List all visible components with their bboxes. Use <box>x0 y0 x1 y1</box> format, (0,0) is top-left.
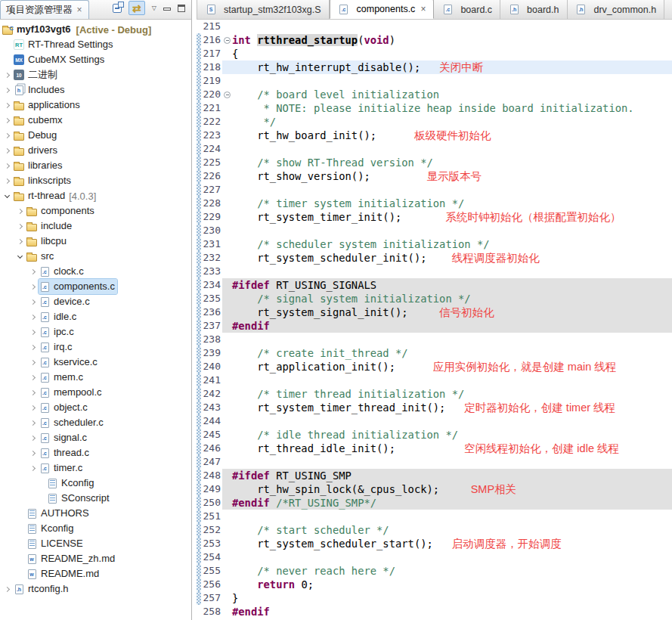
code-text[interactable]: /* create init_thread */ <box>232 346 408 360</box>
expand-arrow-icon[interactable] <box>27 415 39 430</box>
tree-item-debug[interactable]: Debug <box>0 128 191 143</box>
editor-tab-drv-common-h[interactable]: .hdrv_common.h <box>568 0 665 19</box>
tree-item--[interactable]: 10二进制 <box>0 67 191 82</box>
expand-arrow-icon[interactable] <box>2 143 13 158</box>
tree-item-libraries[interactable]: libraries <box>0 158 191 173</box>
tree-item-ipc-c[interactable]: .cipc.c <box>0 324 191 339</box>
tree-item-applications[interactable]: applications <box>0 98 191 113</box>
code-text[interactable]: /* show RT-Thread version */ <box>232 156 433 169</box>
code-text[interactable]: rt_thread_idle_init(); 空闲线程初始化，创建 idle 线… <box>232 442 619 455</box>
code-text[interactable]: { <box>232 47 238 60</box>
code-text[interactable]: */ <box>232 115 276 129</box>
code-text[interactable]: rt_system_scheduler_start(); 启动调度器，开始调度 <box>232 537 562 550</box>
tree-item-rt-thread-settings[interactable]: RTRT-Thread Settings <box>0 37 191 52</box>
code-text[interactable]: /* timer thread initialization */ <box>232 387 464 401</box>
tree-item-clock-c[interactable]: .cclock.c <box>0 264 191 279</box>
tree-item-readme-md[interactable]: wREADME.md <box>0 566 191 581</box>
collapse-all-icon[interactable] <box>113 4 122 13</box>
tree-item-kconfig[interactable]: Kconfig <box>0 521 191 536</box>
expand-arrow-icon[interactable] <box>14 219 26 234</box>
tree-item-timer-c[interactable]: .ctimer.c <box>0 460 191 476</box>
code-text[interactable]: rt_hw_board_init(); 板级硬件初始化 <box>232 129 491 142</box>
expand-arrow-icon[interactable] <box>27 355 39 370</box>
code-text[interactable]: rt_system_timer_thread_init(); 定时器初始化，创建… <box>232 401 615 414</box>
expand-arrow-icon[interactable] <box>2 173 13 188</box>
expand-arrow-icon[interactable] <box>2 67 13 82</box>
code-text[interactable]: int rtthread_startup(void) <box>232 33 395 47</box>
close-icon[interactable]: × <box>420 4 426 14</box>
tree-item-cubemx[interactable]: cubemx <box>0 113 191 128</box>
code-text[interactable]: return 0; <box>232 578 314 591</box>
tree-item-myf103vgt6[interactable]: Cmyf103vgt6[Active - Debug] <box>0 22 191 37</box>
tree-item-rtconfig-h[interactable]: .hrtconfig.h <box>0 581 191 597</box>
minimize-icon[interactable] <box>163 8 171 11</box>
maximize-icon[interactable] <box>178 5 185 12</box>
tree-item-readme-zh-md[interactable]: wREADME_zh.md <box>0 551 191 566</box>
expand-arrow-icon[interactable] <box>2 82 13 98</box>
tree-item-components[interactable]: components <box>0 203 191 219</box>
expand-arrow-icon[interactable] <box>2 113 13 128</box>
expand-arrow-icon[interactable] <box>27 339 39 355</box>
code-text[interactable]: /* scheduler system initialization */ <box>232 237 490 251</box>
fold-column[interactable] <box>222 91 232 98</box>
expand-arrow-icon[interactable] <box>2 581 13 597</box>
tree-item-sconscript[interactable]: SConscript <box>0 491 191 506</box>
code-text[interactable]: /* idle thread initialization */ <box>232 428 458 442</box>
panel-divider[interactable] <box>191 0 197 620</box>
tab-project-explorer[interactable]: 项目资源管理器 × <box>0 0 89 19</box>
tree-item-object-c[interactable]: .cobject.c <box>0 400 191 415</box>
tree-item-mempool-c[interactable]: .cmempool.c <box>0 385 191 400</box>
tree-item-idle-c[interactable]: .cidle.c <box>0 309 191 324</box>
editor-tab-startup-stm32f103xg-s[interactable]: Sstartup_stm32f103xg.S <box>197 0 330 19</box>
tree-item-irq-c[interactable]: .cirq.c <box>0 339 191 355</box>
code-text[interactable]: #endif <box>232 605 270 618</box>
code-text[interactable]: rt_system_scheduler_init(); 线程调度器初始化 <box>232 251 540 265</box>
code-text[interactable]: rt_application_init(); 应用实例初始化，就是创建 main… <box>232 360 616 374</box>
code-text[interactable]: rt_system_signal_init(); 信号初始化 <box>232 305 494 319</box>
expand-arrow-icon[interactable] <box>27 309 39 324</box>
expand-arrow-icon[interactable] <box>27 370 39 385</box>
tree-item-cubemx-settings[interactable]: MXCubeMX Settings <box>0 52 191 67</box>
tree-item-scheduler-c[interactable]: .cscheduler.c <box>0 415 191 430</box>
code-text[interactable]: rt_system_timer_init(); 系统时钟初始化（根据配置初始化） <box>232 210 621 224</box>
tree-item-include[interactable]: include <box>0 219 191 234</box>
code-text[interactable]: rt_hw_spin_lock(&_cpus_lock); SMP相关 <box>232 482 516 496</box>
tree-item-thread-c[interactable]: .cthread.c <box>0 445 191 460</box>
close-icon[interactable]: × <box>77 5 82 14</box>
code-text[interactable]: #endif <box>232 319 270 333</box>
tree-item-linkscripts[interactable]: linkscripts <box>0 173 191 188</box>
tree-item-authors[interactable]: AUTHORS <box>0 506 191 521</box>
expand-arrow-icon[interactable] <box>27 430 39 445</box>
tree-item-kservice-c[interactable]: .ckservice.c <box>0 355 191 370</box>
tree-item-src[interactable]: src <box>0 249 191 264</box>
code-text[interactable]: #ifdef RT_USING_SIGNALS <box>232 278 376 292</box>
tree-item-components-c[interactable]: .ccomponents.c <box>0 279 191 294</box>
code-text[interactable]: /* board level initialization <box>232 88 439 101</box>
expand-arrow-icon[interactable] <box>27 385 39 400</box>
expand-arrow-icon[interactable] <box>2 98 13 113</box>
expand-arrow-icon[interactable] <box>27 324 39 339</box>
expand-arrow-icon[interactable] <box>14 203 26 219</box>
tree-item-mem-c[interactable]: .cmem.c <box>0 370 191 385</box>
tree-item-kconfig[interactable]: Kconfig <box>0 476 191 491</box>
code-text[interactable]: rt_show_version(); 显示版本号 <box>232 169 482 183</box>
code-text[interactable]: } <box>232 591 238 605</box>
editor-tab-board-h[interactable]: .hboard.h <box>500 0 567 19</box>
expand-arrow-icon[interactable] <box>2 158 13 173</box>
expand-arrow-icon[interactable] <box>27 460 39 476</box>
link-with-editor-icon[interactable]: ⇄ <box>129 1 145 15</box>
tree-item-device-c[interactable]: .cdevice.c <box>0 294 191 309</box>
tree-item-drivers[interactable]: drivers <box>0 143 191 158</box>
expand-arrow-icon[interactable] <box>27 445 39 460</box>
expand-arrow-icon[interactable] <box>2 128 13 143</box>
collapse-arrow-icon[interactable] <box>2 188 13 203</box>
tree-item-license[interactable]: LICENSE <box>0 536 191 551</box>
collapse-arrow-icon[interactable] <box>14 249 26 264</box>
editor-tab-board-c[interactable]: .cboard.c <box>434 0 500 19</box>
code-text[interactable]: /* signal system initialization */ <box>232 292 471 305</box>
code-text[interactable]: #ifdef RT_USING_SMP <box>232 469 351 482</box>
tree-item-libcpu[interactable]: libcpu <box>0 234 191 249</box>
tree-item-includes[interactable]: hIncludes <box>0 82 191 98</box>
code-text[interactable]: /* timer system initialization */ <box>232 197 464 210</box>
editor-tab-components-c[interactable]: .ccomponents.c× <box>330 0 435 19</box>
